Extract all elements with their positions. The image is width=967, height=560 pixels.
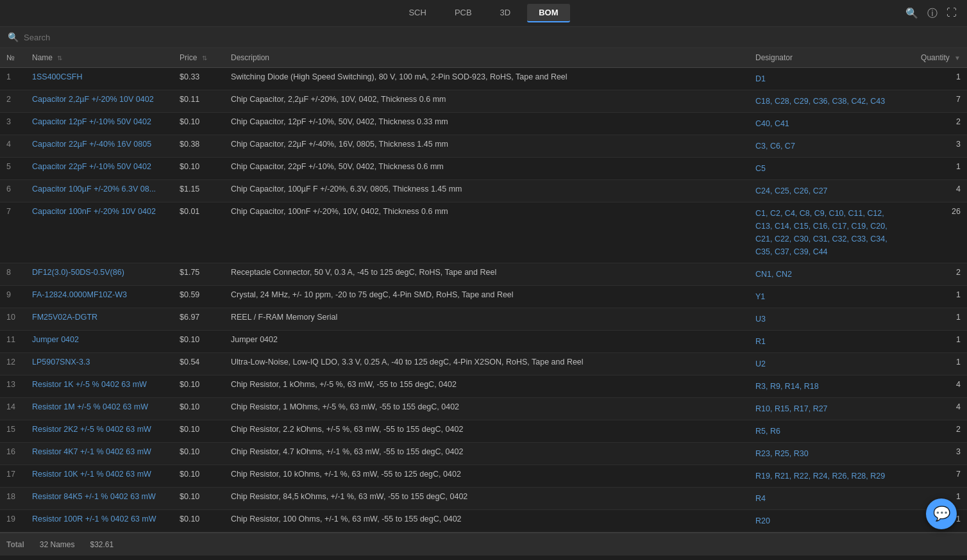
cell-designator: R10, R15, R17, R27	[749, 398, 909, 420]
tab-pcb[interactable]: PCB	[443, 4, 484, 22]
table-row[interactable]: 13Resistor 1K +/-5 % 0402 63 mW$0.10Chip…	[0, 375, 967, 398]
cell-desc: Chip Capacitor, 12pF +/-10%, 50V, 0402, …	[224, 113, 749, 135]
cell-price: $0.11	[173, 90, 224, 113]
cell-desc: Chip Resistor, 2.2 kOhms, +/-5 %, 63 mW,…	[224, 420, 749, 443]
cell-desc: Chip Capacitor, 2,2µF +/-20%, 10V, 0402,…	[224, 90, 749, 113]
cell-num: 2	[0, 90, 26, 113]
col-designator: Designator	[749, 48, 909, 68]
cell-num: 5	[0, 158, 26, 180]
cell-num: 4	[0, 135, 26, 158]
table-row[interactable]: 17Resistor 10K +/-1 % 0402 63 mW$0.10Chi…	[0, 465, 967, 488]
table-row[interactable]: 14Resistor 1M +/-5 % 0402 63 mW$0.10Chip…	[0, 398, 967, 420]
cell-name: DF12(3.0)-50DS-0.5V(86)	[26, 263, 173, 286]
cell-designator: R20	[749, 510, 909, 532]
col-quantity[interactable]: Quantity ▼	[909, 48, 967, 68]
tab-bom[interactable]: BOM	[527, 4, 569, 22]
table-header-row: № Name ⇅ Price ⇅ Description Designator …	[0, 48, 967, 68]
col-name[interactable]: Name ⇅	[26, 48, 173, 68]
tab-sch[interactable]: SCH	[397, 4, 437, 22]
cell-num: 1	[0, 68, 26, 90]
table-row[interactable]: 10FM25V02A-DGTR$6.97REEL / F-RAM Memory …	[0, 308, 967, 331]
top-nav: SCH PCB 3D BOM 🔍 ⓘ ⛶	[0, 0, 967, 27]
cell-price: $0.01	[173, 202, 224, 263]
search-input[interactable]	[24, 33, 959, 42]
chat-button[interactable]: 💬	[926, 498, 957, 529]
cell-num: 8	[0, 263, 26, 286]
cell-designator: R19, R21, R22, R24, R26, R28, R29	[749, 465, 909, 488]
cell-designator: D1	[749, 68, 909, 90]
cell-designator: C18, C28, C29, C36, C38, C42, C43	[749, 90, 909, 113]
cell-name: Capacitor 100nF +/-20% 10V 0402	[26, 202, 173, 263]
cell-price: $0.10	[173, 331, 224, 353]
table-row[interactable]: 16Resistor 4K7 +/-1 % 0402 63 mW$0.10Chi…	[0, 443, 967, 465]
cell-price: $0.10	[173, 420, 224, 443]
table-row[interactable]: 2Capacitor 2,2µF +/-20% 10V 0402$0.11Chi…	[0, 90, 967, 113]
table-row[interactable]: 19Resistor 100R +/-1 % 0402 63 mW$0.10Ch…	[0, 510, 967, 532]
bom-table: № Name ⇅ Price ⇅ Description Designator …	[0, 48, 967, 532]
cell-price: $0.10	[173, 113, 224, 135]
table-row[interactable]: 4Capacitor 22µF +/-40% 16V 0805$0.38Chip…	[0, 135, 967, 158]
cell-quantity: 3	[909, 135, 967, 158]
info-icon[interactable]: ⓘ	[927, 6, 938, 20]
fullscreen-icon[interactable]: ⛶	[946, 6, 957, 20]
table-row[interactable]: 7Capacitor 100nF +/-20% 10V 0402$0.01Chi…	[0, 202, 967, 263]
cell-price: $0.10	[173, 443, 224, 465]
cell-num: 16	[0, 443, 26, 465]
cell-designator: C40, C41	[749, 113, 909, 135]
cell-name: Resistor 84K5 +/-1 % 0402 63 mW	[26, 488, 173, 510]
cell-designator: R23, R25, R30	[749, 443, 909, 465]
table-row[interactable]: 11SS400CSFH$0.33Switching Diode (High Sp…	[0, 68, 967, 90]
col-price[interactable]: Price ⇅	[173, 48, 224, 68]
cell-name: FA-12824.0000MF10Z-W3	[26, 286, 173, 308]
cell-num: 11	[0, 331, 26, 353]
cell-quantity: 4	[909, 398, 967, 420]
table-row[interactable]: 9FA-12824.0000MF10Z-W3$0.59Crystal, 24 M…	[0, 286, 967, 308]
table-row[interactable]: 6Capacitor 100µF +/-20% 6.3V 08...$1.15C…	[0, 180, 967, 202]
cell-designator: R1	[749, 331, 909, 353]
search-icon[interactable]: 🔍	[905, 6, 918, 20]
cell-price: $1.15	[173, 180, 224, 202]
table-row[interactable]: 11Jumper 0402$0.10Jumper 0402R11	[0, 331, 967, 353]
cell-price: $0.10	[173, 465, 224, 488]
table-row[interactable]: 3Capacitor 12pF +/-10% 50V 0402$0.10Chip…	[0, 113, 967, 135]
table-row[interactable]: 5Capacitor 22pF +/-10% 50V 0402$0.10Chip…	[0, 158, 967, 180]
table-row[interactable]: 8DF12(3.0)-50DS-0.5V(86)$1.75Receptacle …	[0, 263, 967, 286]
cell-name: Resistor 2K2 +/-5 % 0402 63 mW	[26, 420, 173, 443]
cell-name: Capacitor 22µF +/-40% 16V 0805	[26, 135, 173, 158]
cell-name: 1SS400CSFH	[26, 68, 173, 90]
cell-designator: C24, C25, C26, C27	[749, 180, 909, 202]
table-row[interactable]: 18Resistor 84K5 +/-1 % 0402 63 mW$0.10Ch…	[0, 488, 967, 510]
cell-num: 14	[0, 398, 26, 420]
cell-name: LP5907SNX-3.3	[26, 353, 173, 375]
cell-quantity: 4	[909, 180, 967, 202]
col-num: №	[0, 48, 26, 68]
cell-name: Capacitor 100µF +/-20% 6.3V 08...	[26, 180, 173, 202]
cell-name: Capacitor 12pF +/-10% 50V 0402	[26, 113, 173, 135]
cell-name: Resistor 10K +/-1 % 0402 63 mW	[26, 465, 173, 488]
cell-desc: Chip Resistor, 10 kOhms, +/-1 %, 63 mW, …	[224, 465, 749, 488]
cell-name: Resistor 1M +/-5 % 0402 63 mW	[26, 398, 173, 420]
cell-num: 12	[0, 353, 26, 375]
table-row[interactable]: 15Resistor 2K2 +/-5 % 0402 63 mW$0.10Chi…	[0, 420, 967, 443]
cell-price: $0.54	[173, 353, 224, 375]
cell-designator: R4	[749, 488, 909, 510]
bom-table-container: № Name ⇅ Price ⇅ Description Designator …	[0, 48, 967, 532]
cell-desc: Chip Capacitor, 22µF +/-40%, 16V, 0805, …	[224, 135, 749, 158]
cell-desc: Receptacle Connector, 50 V, 0.3 A, -45 t…	[224, 263, 749, 286]
search-bar: 🔍	[0, 27, 967, 48]
cell-name: Capacitor 2,2µF +/-20% 10V 0402	[26, 90, 173, 113]
cell-num: 7	[0, 202, 26, 263]
cell-num: 15	[0, 420, 26, 443]
footer-names-count: 32 Names	[40, 540, 75, 549]
table-row[interactable]: 12LP5907SNX-3.3$0.54Ultra-Low-Noise, Low…	[0, 353, 967, 375]
cell-price: $0.10	[173, 398, 224, 420]
cell-price: $6.97	[173, 308, 224, 331]
tab-3d[interactable]: 3D	[489, 4, 523, 22]
footer-total-price: $32.61	[90, 540, 114, 549]
cell-quantity: 7	[909, 90, 967, 113]
cell-price: $0.10	[173, 488, 224, 510]
cell-designator: R5, R6	[749, 420, 909, 443]
cell-num: 9	[0, 286, 26, 308]
cell-designator: U2	[749, 353, 909, 375]
cell-price: $0.59	[173, 286, 224, 308]
